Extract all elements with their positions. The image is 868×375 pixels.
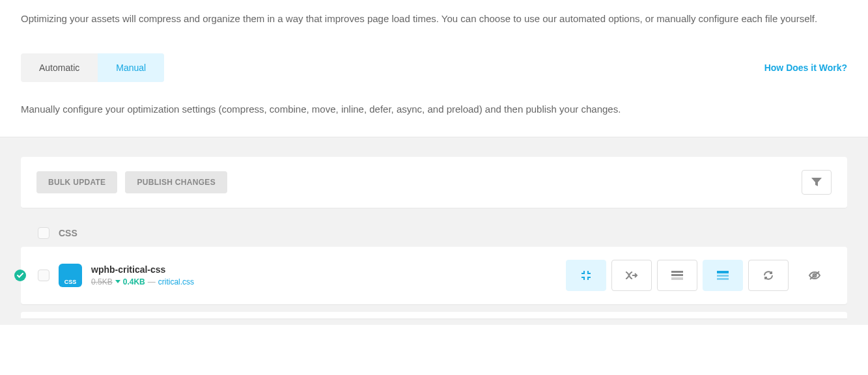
tabs-container: Automatic Manual (21, 53, 164, 82)
svg-rect-1 (671, 274, 683, 276)
inline-icon (717, 271, 729, 280)
combine-button[interactable] (611, 260, 652, 291)
compress-icon (580, 270, 592, 281)
file-link[interactable]: critical.css (158, 277, 194, 286)
arrow-down-icon (115, 280, 120, 283)
tab-automatic[interactable]: Automatic (21, 53, 98, 82)
footer-icon (671, 271, 683, 280)
eye-off-icon (808, 270, 821, 281)
filter-icon (811, 178, 822, 187)
publish-changes-button[interactable]: PUBLISH CHANGES (125, 171, 227, 193)
size-original: 0.5KB (91, 277, 113, 286)
asset-row: CSS wphb-critical-css 0.5KB 0.4KB — crit… (21, 247, 847, 304)
reload-button[interactable] (748, 260, 789, 291)
group-label-css: CSS (59, 228, 77, 238)
svg-rect-3 (717, 271, 729, 273)
group-header-css: CSS (38, 227, 847, 239)
bulk-update-button[interactable]: BULK UPDATE (36, 171, 117, 193)
asset-checkbox[interactable] (38, 270, 49, 281)
compress-button[interactable] (566, 260, 606, 291)
sub-description: Manually configure your optimization set… (21, 102, 847, 117)
visibility-toggle[interactable] (798, 260, 832, 291)
status-indicator (14, 270, 26, 281)
inline-button[interactable] (703, 260, 743, 291)
tab-manual[interactable]: Manual (98, 53, 164, 82)
filter-button[interactable] (802, 170, 832, 195)
help-link[interactable]: How Does it Work? (764, 62, 847, 73)
reload-icon (763, 270, 774, 281)
asset-name: wphb-critical-css (91, 264, 557, 275)
asset-meta: 0.5KB 0.4KB — critical.css (91, 277, 557, 286)
svg-rect-0 (671, 271, 683, 273)
toolbar-panel: BULK UPDATE PUBLISH CHANGES (21, 157, 847, 208)
size-compressed: 0.4KB (123, 277, 145, 286)
combine-icon (625, 271, 638, 280)
checkmark-icon (17, 273, 23, 278)
svg-rect-4 (717, 275, 729, 277)
svg-rect-2 (671, 277, 683, 280)
meta-separator: — (148, 277, 156, 286)
svg-rect-5 (717, 278, 729, 280)
asset-type-badge: CSS (59, 264, 82, 287)
next-row-placeholder (21, 312, 847, 318)
group-checkbox-css[interactable] (38, 227, 49, 239)
move-footer-button[interactable] (657, 260, 697, 291)
intro-text: Optimizing your assets will compress and… (21, 10, 847, 27)
